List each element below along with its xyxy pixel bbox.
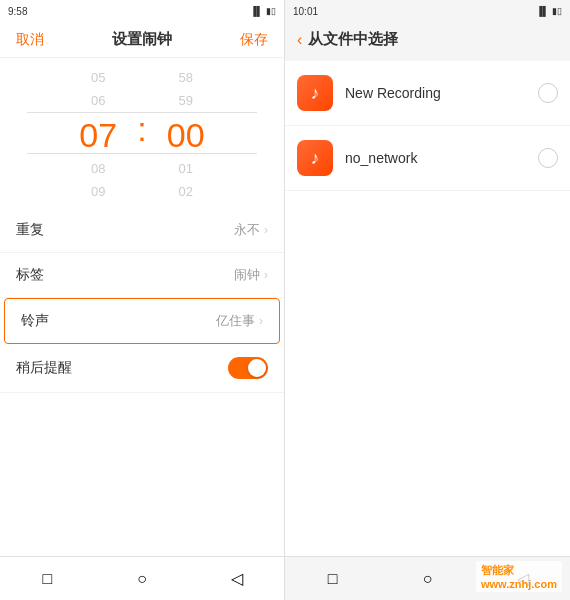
- min-selected: 00: [151, 113, 221, 157]
- right-panel: 10:01 ▐▌ ▮▯ ‹ 从文件中选择 ♪ New Recording ♪ n…: [285, 0, 570, 600]
- repeat-value: 永不 ›: [234, 221, 268, 239]
- label-text: 闹钟: [234, 266, 260, 284]
- repeat-text: 永不: [234, 221, 260, 239]
- file-picker-title: 从文件中选择: [308, 30, 398, 49]
- ringtone-value: 亿住事 ›: [216, 312, 263, 330]
- label-row[interactable]: 标签 闹钟 ›: [0, 253, 284, 298]
- cancel-button[interactable]: 取消: [16, 31, 44, 49]
- repeat-label: 重复: [16, 221, 44, 239]
- time-picker[interactable]: 05 06 07 08 09 : 58 59 00 01 02: [0, 58, 284, 208]
- time-right: 10:01: [293, 6, 318, 17]
- circle-icon-right: ○: [423, 570, 433, 588]
- ringtone-label: 铃声: [21, 312, 49, 330]
- back-icon: ◁: [231, 569, 243, 588]
- hour-06: 06: [63, 89, 133, 112]
- back-button[interactable]: ◁: [225, 567, 249, 591]
- hour-05: 05: [63, 66, 133, 89]
- home-icon: □: [42, 570, 52, 588]
- chevron-icon-2: ›: [264, 268, 268, 282]
- min-01: 01: [151, 157, 221, 180]
- header-left: 取消 设置闹钟 保存: [0, 22, 284, 58]
- repeat-row[interactable]: 重复 永不 ›: [0, 208, 284, 253]
- minute-column[interactable]: 58 59 00 01 02: [151, 66, 221, 204]
- music-icon-2: ♪: [297, 140, 333, 176]
- signal-icon-right: ▐▌: [536, 6, 549, 16]
- snooze-row[interactable]: 稍后提醒: [0, 344, 284, 393]
- status-icons-right: ▐▌ ▮▯: [536, 6, 562, 16]
- ringtone-row[interactable]: 铃声 亿住事 ›: [4, 298, 280, 344]
- snooze-toggle[interactable]: [228, 357, 268, 379]
- radio-button-1[interactable]: [538, 83, 558, 103]
- file-name-new-recording: New Recording: [345, 85, 538, 101]
- time-separator: :: [133, 110, 150, 149]
- circle-icon: ○: [137, 570, 147, 588]
- picker-columns: 05 06 07 08 09 : 58 59 00 01 02: [63, 66, 220, 204]
- file-item-no-network[interactable]: ♪ no_network: [285, 126, 570, 191]
- bottom-nav-left: □ ○ ◁: [0, 556, 284, 600]
- status-icons-left: ▐▌ ▮▯: [250, 6, 276, 16]
- alarm-title: 设置闹钟: [112, 30, 172, 49]
- file-name-no-network: no_network: [345, 150, 538, 166]
- home-icon-right: □: [328, 570, 338, 588]
- label-value: 闹钟 ›: [234, 266, 268, 284]
- label-label: 标签: [16, 266, 44, 284]
- battery-icon-right: ▮▯: [552, 6, 562, 16]
- battery-icon: ▮▯: [266, 6, 276, 16]
- min-02: 02: [151, 180, 221, 203]
- time-left: 9:58: [8, 6, 27, 17]
- snooze-label: 稍后提醒: [16, 359, 72, 377]
- home-button-right[interactable]: □: [321, 567, 345, 591]
- left-panel: 9:58 ▐▌ ▮▯ 取消 设置闹钟 保存 05 06 07 08 09 : 5…: [0, 0, 285, 600]
- hour-selected: 07: [63, 113, 133, 157]
- circle-button-right[interactable]: ○: [416, 567, 440, 591]
- file-list: ♪ New Recording ♪ no_network: [285, 61, 570, 556]
- file-item-new-recording[interactable]: ♪ New Recording: [285, 61, 570, 126]
- hour-column[interactable]: 05 06 07 08 09: [63, 66, 133, 204]
- hour-09: 09: [63, 180, 133, 203]
- chevron-icon-3: ›: [259, 314, 263, 328]
- music-icon-1: ♪: [297, 75, 333, 111]
- music-note-2: ♪: [311, 148, 320, 169]
- ringtone-text: 亿住事: [216, 312, 255, 330]
- settings-list: 重复 永不 › 标签 闹钟 › 铃声 亿住事 › 稍后提醒: [0, 208, 284, 556]
- back-arrow-button[interactable]: ‹: [297, 31, 302, 49]
- signal-icon: ▐▌: [250, 6, 263, 16]
- chevron-icon: ›: [264, 223, 268, 237]
- circle-button[interactable]: ○: [130, 567, 154, 591]
- min-58: 58: [151, 66, 221, 89]
- watermark: 智能家www.znhj.com: [476, 561, 562, 592]
- min-59: 59: [151, 89, 221, 112]
- radio-button-2[interactable]: [538, 148, 558, 168]
- status-bar-left: 9:58 ▐▌ ▮▯: [0, 0, 284, 22]
- home-button[interactable]: □: [35, 567, 59, 591]
- status-bar-right: 10:01 ▐▌ ▮▯: [285, 0, 570, 22]
- music-note-1: ♪: [311, 83, 320, 104]
- save-button[interactable]: 保存: [240, 31, 268, 49]
- hour-08: 08: [63, 157, 133, 180]
- header-right: ‹ 从文件中选择: [285, 22, 570, 57]
- toggle-knob: [248, 359, 266, 377]
